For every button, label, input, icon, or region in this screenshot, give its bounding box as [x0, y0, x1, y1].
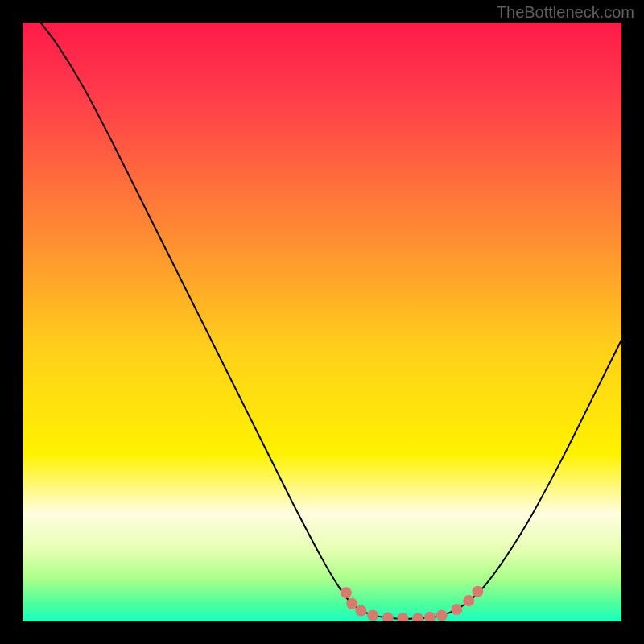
bottleneck-chart: [23, 23, 621, 621]
gradient-background: [23, 23, 621, 621]
highlight-dot: [463, 595, 474, 606]
highlight-dot: [367, 610, 378, 621]
highlight-dot: [472, 586, 483, 597]
chart-plot-area: [23, 23, 621, 621]
highlight-dot: [355, 605, 366, 617]
highlight-dot: [341, 587, 352, 598]
watermark-text: TheBottleneck.com: [497, 3, 634, 22]
highlight-dot: [346, 598, 357, 609]
highlight-dot: [436, 610, 448, 621]
highlight-dot: [451, 604, 462, 615]
